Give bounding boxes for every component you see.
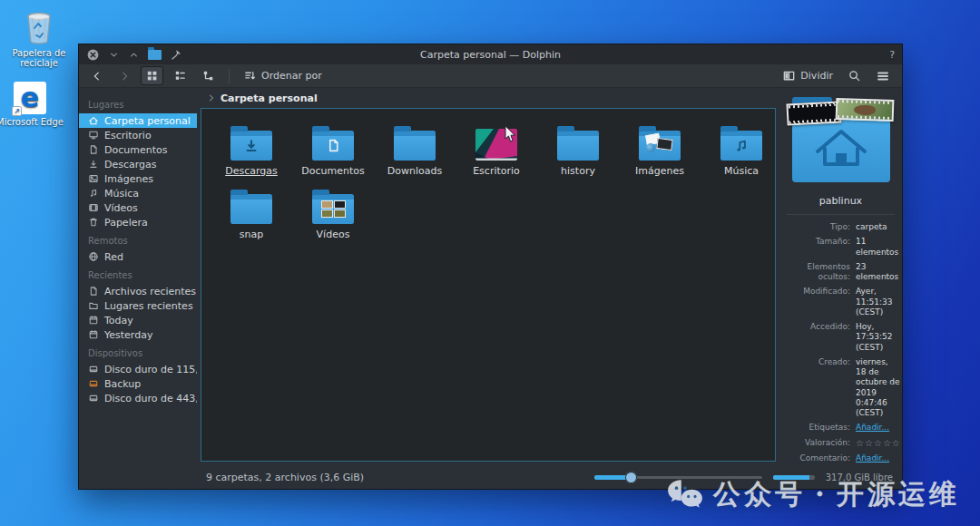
section-recientes: Recientes xyxy=(79,264,197,284)
hamburger-icon xyxy=(876,69,890,83)
sidebar-item-yesterday[interactable]: Yesterday xyxy=(79,327,197,342)
sidebar-item-papelera[interactable]: Papelera xyxy=(79,215,197,229)
file-downloads[interactable]: Downloads xyxy=(374,116,456,180)
file-descargas[interactable]: Descargas xyxy=(211,116,292,180)
edge-icon: e ↗ xyxy=(14,82,46,114)
sidebar-item-videos[interactable]: Vídeos xyxy=(79,200,197,215)
selected-item-name: pablinux xyxy=(787,195,895,207)
titlebar[interactable]: Carpeta personal — Dolphin ? xyxy=(79,44,902,64)
folder-icon xyxy=(312,194,354,224)
section-dispositivos: Dispositivos xyxy=(79,342,197,362)
file-videos[interactable]: Vídeos xyxy=(292,180,374,243)
toolbar: Ordenar por Dividir xyxy=(79,64,902,88)
folder-icon xyxy=(720,131,762,161)
desktop-icon-recycle-bin[interactable]: Papelera de reciclaje xyxy=(4,5,74,68)
details-view-button[interactable] xyxy=(197,66,220,85)
sidebar-item-disco-115[interactable]: Disco duro de 115,1 GiB xyxy=(79,362,197,376)
file-escritorio[interactable]: Escritorio xyxy=(456,116,537,180)
window-folder-icon xyxy=(148,50,162,60)
calendar-icon xyxy=(88,315,99,326)
zoom-slider-handle[interactable] xyxy=(625,472,637,483)
help-icon[interactable]: ? xyxy=(713,49,895,61)
home-folder-preview[interactable] xyxy=(792,108,890,182)
file-musica[interactable]: Música xyxy=(701,116,776,180)
desktop-icon-label: Microsoft Edge xyxy=(0,117,65,127)
folder-icon xyxy=(557,131,599,161)
items-summary: 9 carpetas, 2 archivos (3,6 GiB) xyxy=(206,472,364,483)
sidebar-item-disco-443[interactable]: Disco duro de 443,2 GiB xyxy=(79,391,197,405)
download-emblem-icon xyxy=(243,138,260,154)
sidebar-item-descargas[interactable]: Descargas xyxy=(79,157,197,171)
hdd-icon xyxy=(88,364,99,375)
search-button[interactable] xyxy=(843,66,866,85)
music-emblem-icon xyxy=(733,138,750,154)
rating-stars[interactable]: ☆☆☆☆☆ xyxy=(856,438,901,450)
maximize-chevron-up-icon[interactable] xyxy=(128,49,140,61)
recycle-bin-icon xyxy=(24,11,54,45)
detail-tamano: 11 elementos xyxy=(856,237,901,258)
file-imagenes[interactable]: Imágenes xyxy=(619,116,701,180)
house-emblem-icon xyxy=(812,124,870,168)
film-icon xyxy=(88,202,99,213)
section-remotos: Remotos xyxy=(79,229,197,249)
sidebar-item-lugares-recientes[interactable]: Lugares recientes xyxy=(79,298,197,313)
divider xyxy=(787,214,895,215)
zoom-slider[interactable] xyxy=(594,472,762,483)
search-icon xyxy=(848,69,861,83)
sidebar-item-imagenes[interactable]: Imágenes xyxy=(79,171,197,186)
globe-icon xyxy=(88,251,99,262)
compact-view-icon xyxy=(173,69,187,83)
tree-view-icon xyxy=(201,69,215,83)
folder-icon xyxy=(230,131,272,161)
toolbar-separator xyxy=(229,69,230,83)
file-snap[interactable]: snap xyxy=(211,180,292,243)
file-documentos[interactable]: Documentos xyxy=(292,116,374,180)
statusbar: 9 carpetas, 2 archivos (3,6 GiB) 317,0 G… xyxy=(79,465,902,489)
sidebar-item-musica[interactable]: Música xyxy=(79,186,197,200)
grid-view-icon xyxy=(145,69,159,83)
file-history[interactable]: history xyxy=(537,116,619,180)
monitor-icon xyxy=(88,130,99,141)
sidebar-item-documentos[interactable]: Documentos xyxy=(79,142,197,157)
breadcrumb-current[interactable]: Carpeta personal xyxy=(220,93,318,104)
add-comment-link[interactable]: Añadir... xyxy=(856,453,901,463)
icons-view-button[interactable] xyxy=(141,66,163,85)
document-emblem-icon xyxy=(326,138,341,153)
sort-by-button[interactable]: Ordenar por xyxy=(239,66,327,85)
detail-tipo: carpeta xyxy=(856,222,901,232)
minimize-chevron-down-icon[interactable] xyxy=(108,49,120,61)
sidebar-item-red[interactable]: Red xyxy=(79,249,197,264)
video-thumbnails xyxy=(321,200,346,218)
filmstrip-thumbnail xyxy=(786,101,841,125)
desktop-icon-edge[interactable]: e ↗ Microsoft Edge xyxy=(0,74,65,127)
sidebar-item-carpeta-personal[interactable]: Carpeta personal xyxy=(79,113,197,128)
split-button[interactable]: Dividir xyxy=(778,66,838,85)
download-icon xyxy=(88,159,99,170)
shortcut-arrow-icon: ↗ xyxy=(12,106,22,116)
sidebar-item-archivos-recientes[interactable]: Archivos recientes xyxy=(79,284,197,298)
trash-icon xyxy=(88,217,99,228)
backup-hdd-icon xyxy=(88,378,99,389)
close-icon[interactable] xyxy=(86,48,100,62)
section-lugares: Lugares xyxy=(79,93,197,113)
document-icon xyxy=(88,144,99,155)
calendar-icon xyxy=(88,329,99,340)
sidebar-item-escritorio[interactable]: Escritorio xyxy=(79,128,197,142)
pin-icon[interactable] xyxy=(170,49,181,61)
menu-button[interactable] xyxy=(871,66,895,86)
desktop: Papelera de reciclaje e ↗ Microsoft Edge… xyxy=(0,0,980,526)
compact-view-button[interactable] xyxy=(169,66,191,85)
folder-view[interactable]: Descargas Documentos Downloads xyxy=(201,108,776,462)
back-button[interactable] xyxy=(86,67,108,85)
forward-button[interactable] xyxy=(113,67,135,85)
add-tags-link[interactable]: Añadir... xyxy=(856,423,901,433)
sidebar-item-backup[interactable]: Backup xyxy=(79,376,197,391)
folder-icon xyxy=(230,194,272,224)
detail-accedido: Hoy, 17:53:52 (CEST) xyxy=(856,322,901,353)
filmstrip-thumbnail xyxy=(835,98,894,122)
hdd-icon xyxy=(88,393,99,404)
music-note-icon xyxy=(88,188,99,199)
detail-ocultos: 23 elementos xyxy=(856,262,901,283)
sidebar-item-today[interactable]: Today xyxy=(79,313,197,327)
free-space-bar xyxy=(773,475,815,480)
